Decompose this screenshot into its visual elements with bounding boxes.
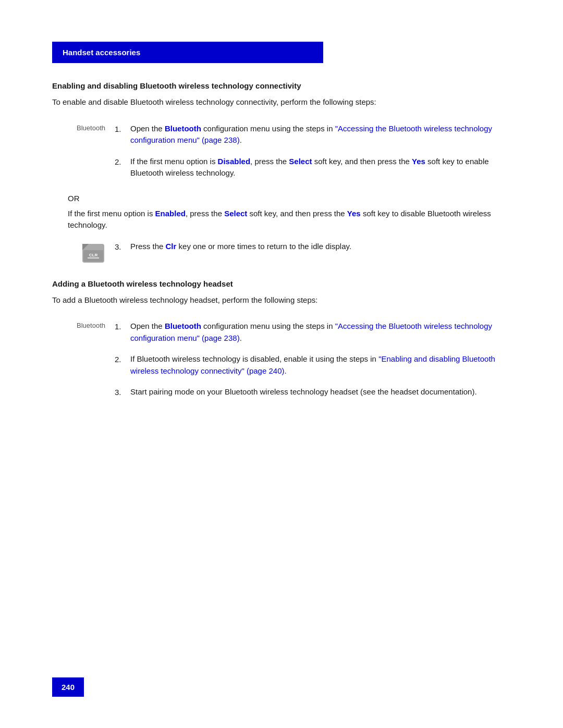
disabled-word: Disabled <box>218 157 251 166</box>
s2-step3-num: 3. <box>115 386 130 399</box>
step3-container: CLR 3. Press the Clr key one or more tim… <box>52 241 511 264</box>
step1-num: 1. <box>115 123 130 135</box>
section2-side-label: Bluetooth <box>52 320 115 408</box>
or-paragraph: If the first menu option is Enabled, pre… <box>68 208 511 231</box>
section1-steps-list: 1. Open the Bluetooth configuration menu… <box>115 123 511 189</box>
step3-item: 3. Press the Clr key one or more times t… <box>115 241 511 253</box>
page-number-box: 240 <box>52 677 84 697</box>
section2-step1: 1. Open the Bluetooth configuration menu… <box>115 320 511 344</box>
step1-content: Open the Bluetooth configuration menu us… <box>130 123 511 146</box>
header-banner-text: Handset accessories <box>63 48 140 57</box>
section2-step3: 3. Start pairing mode on your Bluetooth … <box>115 386 511 399</box>
s2-step3-content: Start pairing mode on your Bluetooth wir… <box>130 386 511 398</box>
page-number: 240 <box>62 683 75 692</box>
section1-intro: To enable and disable Bluetooth wireless… <box>52 96 511 108</box>
svg-text:CLR: CLR <box>89 253 98 257</box>
step3-list: 3. Press the Clr key one or more times t… <box>115 241 511 264</box>
section2-intro: To add a Bluetooth wireless technology h… <box>52 294 511 306</box>
section2-step2: 2. If Bluetooth wireless technology is d… <box>115 353 511 377</box>
s2-bluetooth-link[interactable]: Bluetooth <box>165 322 201 330</box>
select-word2: Select <box>224 209 247 218</box>
enabled-word: Enabled <box>155 209 186 218</box>
s2-step2-num: 2. <box>115 353 130 366</box>
header-banner: Handset accessories <box>52 42 323 63</box>
s2-step1-content: Open the Bluetooth configuration menu us… <box>130 320 511 344</box>
step3-content: Press the Clr key one or more times to r… <box>130 241 511 253</box>
step2-num: 2. <box>115 156 130 168</box>
page-container: Handset accessories Enabling and disabli… <box>0 0 563 728</box>
section1-steps-container: Bluetooth 1. Open the Bluetooth configur… <box>52 123 511 189</box>
section1-step1: 1. Open the Bluetooth configuration menu… <box>115 123 511 146</box>
section2-steps-list: 1. Open the Bluetooth configuration menu… <box>115 320 511 408</box>
yes-word2: Yes <box>347 209 361 218</box>
section2: Adding a Bluetooth wireless technology h… <box>52 279 511 408</box>
or-text: OR <box>68 194 511 203</box>
bluetooth-link1[interactable]: Bluetooth <box>165 124 201 133</box>
step2-content: If the first menu option is Disabled, pr… <box>130 156 511 179</box>
s2-step1-num: 1. <box>115 320 130 333</box>
section2-heading: Adding a Bluetooth wireless technology h… <box>52 279 511 288</box>
section1-step2: 2. If the first menu option is Disabled,… <box>115 156 511 179</box>
svg-rect-4 <box>88 257 99 258</box>
yes-word1: Yes <box>412 157 425 166</box>
clr-key-icon: CLR <box>81 243 105 264</box>
section1-heading: Enabling and disabling Bluetooth wireles… <box>52 81 511 90</box>
select-word1: Select <box>289 157 312 166</box>
s2-enabling-link[interactable]: "Enabling and disabling Bluetooth wirele… <box>130 354 495 375</box>
s2-step2-content: If Bluetooth wireless technology is disa… <box>130 353 511 377</box>
section1-side-label: Bluetooth <box>52 123 115 189</box>
section2-steps-container: Bluetooth 1. Open the Bluetooth configur… <box>52 320 511 408</box>
clr-icon-cell: CLR <box>52 241 115 264</box>
step3-num: 3. <box>115 241 130 253</box>
clr-word: Clr <box>166 242 177 251</box>
